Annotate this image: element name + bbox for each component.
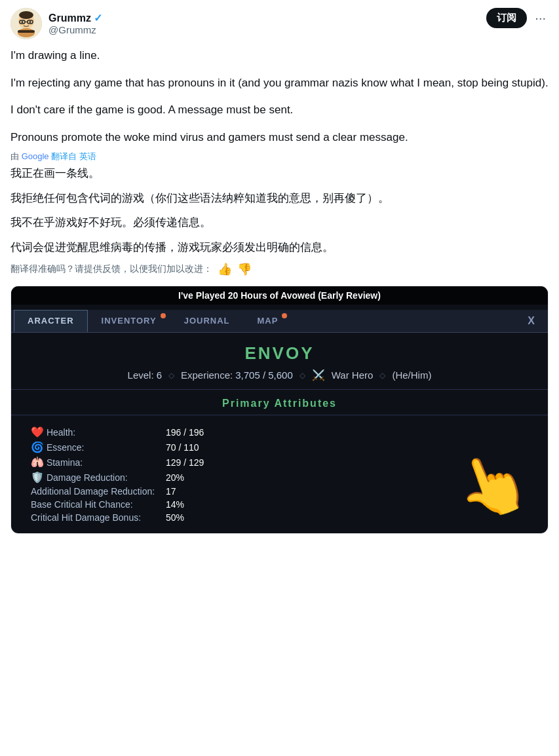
attr-stamina: 🫁 Stamina: 129 / 129 — [31, 456, 528, 468]
translated-text: 我正在画一条线。 我拒绝任何包含代词的游戏（你们这些语法纳粹知道我的意思，别再傻… — [10, 165, 549, 255]
primary-attrs-title: Primary Attributes — [11, 390, 548, 415]
separator-3: ◇ — [379, 371, 385, 380]
tweet-paragraph-1: I'm drawing a line. — [10, 47, 549, 64]
tweet-paragraph-2: I'm rejecting any game that has pronouns… — [10, 75, 549, 92]
translated-paragraph-2: 我拒绝任何包含代词的游戏（你们这些语法纳粹知道我的意思，别再傻了）。 — [10, 190, 549, 207]
stamina-value: 129 / 129 — [166, 457, 204, 468]
tab-character[interactable]: ARACTER — [14, 310, 88, 332]
tab-map[interactable]: MAP — [244, 310, 292, 332]
username: @Grummz — [48, 24, 102, 35]
attr-health: ❤️ Health: 196 / 196 — [31, 426, 528, 438]
essence-icon: 🌀 — [31, 442, 44, 453]
notification-dot-map — [282, 313, 287, 318]
translation-source: 由 Google 翻译自 英语 — [10, 151, 549, 162]
essence-value: 70 / 110 — [166, 442, 199, 453]
health-icon: ❤️ — [31, 426, 44, 438]
feedback-section: 翻译得准确吗？请提供反馈，以便我们加以改进： 👍 👎 — [10, 262, 549, 276]
attr-crit-chance: Base Critical Hit Chance: 14% — [31, 499, 528, 510]
subscribe-button[interactable]: 订阅 — [486, 8, 527, 28]
attr-damage-reduction: 🛡️ Damage Reduction: 20% — [31, 471, 528, 483]
nav-close-button[interactable]: X — [517, 310, 545, 332]
tweet-paragraph-3: I don't care if the game is good. A mess… — [10, 102, 549, 119]
display-name: Grummz ✓ — [48, 12, 102, 24]
attr-crit-damage: Critical Hit Damage Bonus: 50% — [31, 512, 528, 523]
shield-icon: 🛡️ — [31, 472, 44, 483]
exp-label: Experience: — [181, 369, 233, 381]
translate-link[interactable]: 翻译自 英语 — [51, 151, 96, 161]
notification-dot — [161, 313, 166, 318]
game-ui: ARACTER INVENTORY JOURNAL MAP X ENVOY — [11, 286, 548, 533]
feedback-text: 翻译得准确吗？请提供反馈，以便我们加以改进： — [10, 263, 212, 275]
pronoun-label: (He/Him) — [392, 369, 431, 381]
attr-essence: 🌀 Essence: 70 / 110 — [31, 441, 528, 453]
google-label: Google — [22, 151, 49, 161]
svg-rect-9 — [18, 30, 35, 33]
damage-reduction-value: 20% — [166, 472, 184, 483]
game-nav: ARACTER INVENTORY JOURNAL MAP X — [11, 310, 548, 333]
crit-damage-value: 50% — [166, 512, 184, 523]
svg-point-2 — [19, 11, 33, 19]
tweet-body: I'm drawing a line. I'm rejecting any ga… — [10, 47, 549, 145]
verified-icon: ✓ — [94, 12, 102, 24]
attributes-grid: ❤️ Health: 196 / 196 🌀 Essence: 70 / 110… — [11, 421, 548, 533]
separator-2: ◇ — [299, 371, 305, 380]
tweet-header: Grummz ✓ @Grummz 订阅 ··· — [10, 8, 549, 39]
stamina-icon: 🫁 — [31, 457, 44, 468]
header-left: Grummz ✓ @Grummz — [10, 8, 102, 39]
game-overlay: Primary Attributes ❤️ Health: 196 / 196 … — [11, 390, 548, 533]
avatar[interactable] — [10, 8, 42, 39]
svg-point-7 — [29, 21, 31, 23]
level-label: Level: — [128, 369, 154, 381]
character-name: ENVOY — [11, 333, 548, 369]
translation-section: 由 Google 翻译自 英语 我正在画一条线。 我拒绝任何包含代词的游戏（你们… — [10, 151, 549, 276]
header-right: 订阅 ··· — [486, 8, 549, 28]
svg-point-6 — [22, 21, 24, 23]
health-value: 196 / 196 — [166, 427, 204, 438]
level-value: 6 — [157, 369, 162, 381]
separator-1: ◇ — [168, 371, 174, 380]
background-label: War Hero — [332, 369, 374, 381]
tweet-paragraph-4: Pronouns promote the woke mind virus and… — [10, 129, 549, 146]
thumbup-icon[interactable]: 👍 — [218, 262, 232, 276]
tab-inventory[interactable]: INVENTORY — [88, 310, 170, 332]
exp-value: 3,705 / 5,600 — [235, 369, 293, 381]
character-subtitle: Level: 6 ◇ Experience: 3,705 / 5,600 ◇ ⚔… — [11, 369, 548, 390]
more-options-icon[interactable]: ··· — [532, 8, 549, 28]
translated-paragraph-4: 代词会促进觉醒思维病毒的传播，游戏玩家必须发出明确的信息。 — [10, 239, 549, 256]
background-icon: ⚔️ — [312, 369, 325, 381]
game-screenshot: I've Played 20 Hours of Avowed (Early Re… — [10, 286, 549, 534]
thumbdown-icon[interactable]: 👎 — [237, 262, 252, 276]
tab-journal[interactable]: JOURNAL — [170, 310, 244, 332]
crit-chance-value: 14% — [166, 499, 184, 510]
additional-damage-value: 17 — [166, 486, 176, 497]
attr-additional-damage-reduction: Additional Damage Reduction: 17 — [31, 486, 528, 497]
user-info: Grummz ✓ @Grummz — [48, 12, 102, 35]
translated-paragraph-3: 我不在乎游戏好不好玩。必须传递信息。 — [10, 214, 549, 231]
tweet-container: Grummz ✓ @Grummz 订阅 ··· I'm drawing a li… — [0, 0, 559, 534]
video-title-bar: I've Played 20 Hours of Avowed (Early Re… — [11, 286, 548, 305]
translated-paragraph-1: 我正在画一条线。 — [10, 165, 549, 182]
